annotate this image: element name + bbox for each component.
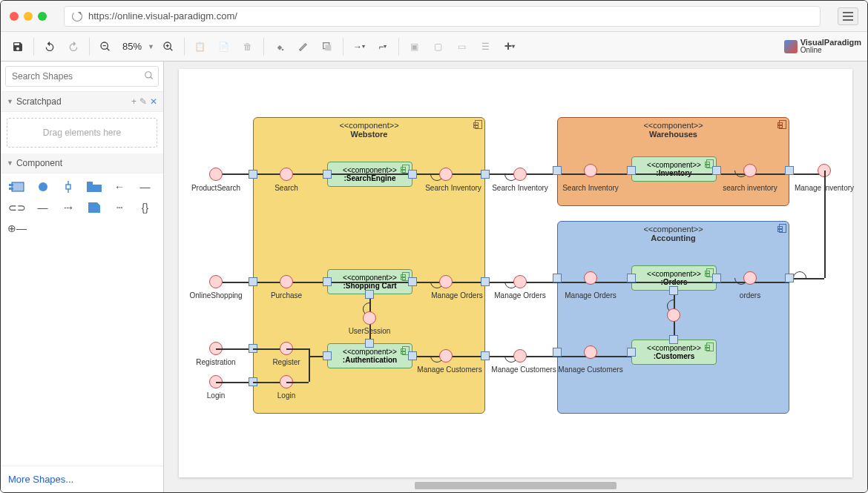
connector[interactable] [216,282,789,283]
shadow-button[interactable] [316,36,338,58]
port-node[interactable] [785,274,794,282]
interface-node[interactable] [439,168,453,181]
port-node[interactable] [553,166,562,175]
zoom-out-button[interactable] [94,36,116,58]
add-icon[interactable]: + [131,96,137,107]
palette-constraint-icon[interactable]: {} [135,200,156,215]
more-shapes-link[interactable]: More Shapes... [1,466,163,492]
scratchpad-panel-header[interactable]: ▼ Scratchpad +✎✕ [1,92,163,112]
component-inventory[interactable]: <<component>>:Inventory [631,156,717,182]
port-node[interactable] [365,339,374,348]
interface-node[interactable] [513,275,527,288]
redo-button[interactable] [62,36,85,58]
horizontal-scrollbar[interactable] [179,482,852,489]
undo-button[interactable] [39,36,61,58]
palette-lollipop-icon[interactable]: ⊕— [7,221,27,236]
port-node[interactable] [553,274,562,282]
interface-node[interactable] [280,168,293,181]
delete-button[interactable]: 🗑 [237,36,259,58]
maximize-window-button[interactable] [38,12,47,21]
port-node[interactable] [408,277,417,286]
connector[interactable] [216,382,253,383]
hamburger-menu[interactable] [838,7,858,25]
port-node[interactable] [481,351,490,360]
close-window-button[interactable] [10,12,19,21]
port-node[interactable] [627,348,636,357]
to-front-button[interactable]: ▣ [404,36,426,58]
component-panel-header[interactable]: ▼ Component [1,153,163,173]
interface-node[interactable] [513,168,527,181]
fill-color-button[interactable] [269,36,291,58]
add-button[interactable]: +▾ [499,36,521,58]
interface-node[interactable] [209,168,223,181]
palette-package-icon[interactable] [84,179,105,194]
interface-node[interactable] [439,349,453,363]
paste-button[interactable]: 📄 [213,36,235,58]
connector-style-button[interactable]: →▾ [348,36,370,58]
interface-node[interactable] [363,311,376,325]
interface-node[interactable] [667,308,680,322]
port-node[interactable] [365,290,374,299]
zoom-dropdown-icon[interactable]: ▼ [148,43,154,50]
reload-icon[interactable] [72,11,82,21]
connector[interactable] [309,348,310,356]
palette-port-icon[interactable] [58,179,79,194]
zoom-in-button[interactable] [157,36,180,58]
interface-node[interactable] [584,271,597,285]
port-node[interactable] [481,277,490,286]
palette-dashed-arrow-icon[interactable]: ⤏ [58,200,79,215]
to-back-button[interactable]: ▢ [427,36,450,58]
port-node[interactable] [553,348,562,357]
scratchpad-drop-zone[interactable]: Drag elements here [7,118,157,148]
waypoint-button[interactable]: ⌐▾ [372,36,394,58]
line-color-button[interactable] [292,36,315,58]
interface-node[interactable] [209,275,223,288]
distribute-button[interactable]: ☰ [475,36,497,58]
align-button[interactable]: ▭ [451,36,473,58]
port-node[interactable] [323,351,332,360]
connector[interactable] [286,348,309,350]
port-node[interactable] [669,286,678,295]
palette-solid-line-icon[interactable]: — [33,200,53,215]
port-node[interactable] [408,351,417,360]
interface-node[interactable] [584,164,597,177]
search-shapes-input[interactable] [5,66,159,87]
port-node[interactable] [249,170,257,179]
palette-dependency-icon[interactable]: ← [109,179,130,194]
palette-note-icon[interactable] [84,200,105,215]
interface-node[interactable] [280,275,293,288]
edit-icon[interactable]: ✎ [139,96,147,107]
interface-node[interactable] [584,345,597,359]
port-node[interactable] [481,170,490,179]
connector[interactable] [824,171,826,278]
port-node[interactable] [323,170,332,179]
connector[interactable] [216,348,253,350]
vertical-scrollbar[interactable] [857,69,864,477]
port-node[interactable] [712,166,721,175]
url-bar[interactable]: https://online.visual-paradigm.com/ [64,6,821,27]
port-node[interactable] [712,274,721,282]
palette-required-icon[interactable]: ⊂⊃ [7,200,27,215]
interface-node[interactable] [513,349,527,363]
port-node[interactable] [627,274,636,282]
port-node[interactable] [408,170,417,179]
connector[interactable] [286,382,309,383]
palette-interface-icon[interactable] [33,179,53,194]
canvas[interactable]: <<component>>Webstore <<component>>Wareh… [179,69,852,477]
port-node[interactable] [785,166,794,175]
save-button[interactable] [7,36,29,58]
palette-dashed-line-icon[interactable]: ┄ [109,200,130,215]
port-node[interactable] [323,277,332,286]
interface-node[interactable] [743,271,757,285]
palette-component-icon[interactable] [7,179,27,194]
interface-node[interactable] [743,164,757,177]
port-node[interactable] [249,277,257,286]
port-node[interactable] [627,166,636,175]
copy-button[interactable]: 📋 [189,36,211,58]
minimize-window-button[interactable] [24,12,33,21]
zoom-value[interactable]: 85% [119,41,145,52]
palette-line-icon[interactable]: — [135,179,156,194]
close-icon[interactable]: ✕ [150,96,157,107]
connector[interactable] [309,356,310,382]
port-node[interactable] [669,335,678,344]
